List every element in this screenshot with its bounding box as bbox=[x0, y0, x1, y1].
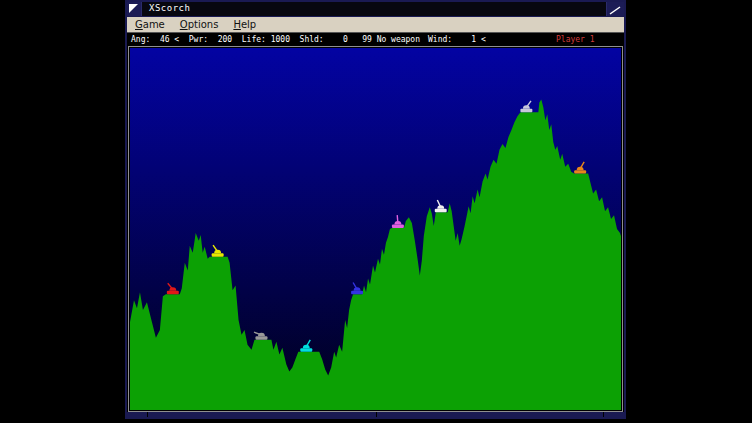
xscorch-window: XScorch Game Options Help Ang: 46 < Pwr:… bbox=[125, 0, 626, 419]
frame-tick bbox=[603, 412, 604, 417]
window-menu-button[interactable] bbox=[127, 2, 142, 16]
status-weapon: 99 No weapon bbox=[348, 35, 420, 44]
menu-item-game[interactable]: Game bbox=[135, 18, 165, 32]
frame-tick bbox=[147, 412, 148, 417]
window-menu-triangle-icon bbox=[129, 4, 138, 13]
desktop-background: XScorch Game Options Help Ang: 46 < Pwr:… bbox=[0, 0, 752, 423]
status-player: Player 1 bbox=[556, 33, 595, 46]
resize-button[interactable] bbox=[606, 2, 624, 16]
window-frame-bottom[interactable] bbox=[127, 412, 624, 417]
frame-tick bbox=[376, 412, 377, 417]
game-area bbox=[128, 46, 623, 412]
game-viewport bbox=[130, 48, 621, 410]
status-bar: Ang: 46 < Pwr: 200 Life: 1000 Shld: 0 99… bbox=[127, 33, 624, 46]
window-title: XScorch bbox=[142, 2, 190, 16]
menu-bar: Game Options Help bbox=[127, 17, 624, 33]
title-bar: XScorch bbox=[127, 2, 624, 17]
menu-item-options[interactable]: Options bbox=[180, 18, 219, 32]
status-power: Pwr: 200 bbox=[179, 35, 232, 44]
status-shield: Shld: 0 bbox=[290, 35, 348, 44]
status-angle: Ang: 46 < bbox=[131, 35, 179, 44]
menu-item-help[interactable]: Help bbox=[233, 18, 256, 32]
status-wind: Wind: 1 < bbox=[428, 33, 486, 46]
status-left-group: Ang: 46 < Pwr: 200 Life: 1000 Shld: 0 99… bbox=[131, 33, 420, 46]
status-life: Life: 1000 bbox=[232, 35, 290, 44]
diagonal-resize-icon bbox=[607, 4, 624, 17]
